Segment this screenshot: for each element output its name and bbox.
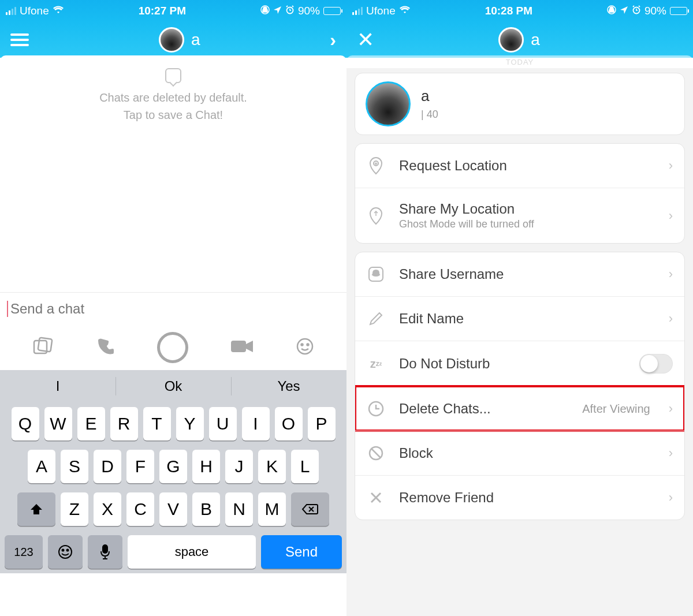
key[interactable]: R: [110, 407, 138, 440]
battery-percent: 90%: [644, 5, 666, 17]
key[interactable]: W: [44, 407, 72, 440]
dnd-row[interactable]: zzz Do Not Disturb: [355, 341, 684, 386]
suggestion[interactable]: Yes: [231, 370, 346, 402]
gallery-icon[interactable]: [32, 337, 54, 359]
key[interactable]: Y: [176, 407, 204, 440]
key[interactable]: A: [28, 450, 55, 483]
key[interactable]: S: [61, 450, 88, 483]
emoji-key[interactable]: [48, 535, 83, 569]
key[interactable]: Q: [12, 407, 39, 440]
video-icon[interactable]: [230, 338, 254, 357]
chevron-right-icon: ›: [669, 446, 673, 461]
delete-chats-row[interactable]: Delete Chats... After Viewing ›: [355, 386, 684, 431]
battery-icon: [323, 7, 341, 15]
contact-name: a: [531, 31, 540, 49]
svg-point-6: [301, 344, 303, 346]
signal-icon: [6, 7, 16, 15]
close-button[interactable]: ✕: [357, 28, 374, 52]
dnd-toggle[interactable]: [639, 354, 673, 374]
clock-icon: [367, 400, 385, 418]
x-icon: [367, 488, 385, 507]
svg-point-8: [59, 546, 72, 558]
share-username-row[interactable]: Share Username ›: [355, 252, 684, 296]
shift-key[interactable]: [17, 492, 55, 526]
key[interactable]: C: [126, 492, 154, 526]
delete-chats-value: After Viewing: [582, 402, 650, 416]
phone-icon[interactable]: [96, 337, 116, 359]
key[interactable]: J: [225, 450, 253, 483]
key[interactable]: B: [192, 492, 220, 526]
status-time: 10:27 PM: [139, 5, 186, 17]
key[interactable]: E: [77, 407, 105, 440]
block-icon: [367, 444, 385, 462]
contact-avatar[interactable]: [498, 27, 524, 53]
chevron-right-icon: ›: [669, 401, 673, 416]
carrier-label: Ufone: [366, 5, 396, 17]
chat-input[interactable]: [7, 301, 340, 317]
key[interactable]: T: [143, 407, 171, 440]
backspace-key[interactable]: [291, 492, 329, 526]
settings-screen: Ufone 10:28 PM 90% ✕ a TODAY: [346, 0, 693, 616]
profile-sub: | 40: [421, 109, 438, 121]
contact-avatar[interactable]: [159, 27, 184, 53]
camera-button[interactable]: [157, 332, 188, 363]
alarm-icon: [285, 5, 295, 17]
key[interactable]: Z: [61, 492, 88, 526]
profile-card[interactable]: a | 40: [355, 73, 685, 135]
key[interactable]: I: [242, 407, 270, 440]
send-key[interactable]: Send: [261, 535, 342, 569]
snapcode-icon: [367, 265, 385, 283]
request-location-row[interactable]: Request Location ›: [355, 144, 684, 188]
share-location-row[interactable]: Share My Location Ghost Mode will be tur…: [355, 188, 684, 243]
svg-point-7: [307, 344, 309, 346]
today-label: TODAY: [346, 55, 693, 68]
key[interactable]: X: [94, 492, 121, 526]
space-key[interactable]: space: [128, 535, 256, 569]
settings-card: Share Username › Edit Name › zzz Do Not …: [355, 252, 685, 520]
key[interactable]: F: [126, 450, 154, 483]
wifi-icon: [53, 5, 64, 17]
chat-header: a ›: [0, 22, 346, 58]
settings-sheet: a | 40 Request Location › Share My Locat…: [346, 68, 693, 616]
keyboard-suggestions: I Ok Yes: [0, 370, 346, 402]
key[interactable]: K: [258, 450, 286, 483]
key[interactable]: D: [94, 450, 121, 483]
chat-toolbar: [0, 325, 346, 370]
key[interactable]: L: [291, 450, 319, 483]
key[interactable]: M: [258, 492, 286, 526]
block-row[interactable]: Block ›: [355, 431, 684, 475]
suggestion[interactable]: I: [0, 370, 116, 402]
status-time: 10:28 PM: [485, 5, 532, 17]
suggestion[interactable]: Ok: [116, 370, 231, 402]
key[interactable]: U: [209, 407, 237, 440]
settings-header: ✕ a: [346, 22, 693, 58]
chevron-right-icon: ›: [669, 208, 673, 223]
key[interactable]: G: [159, 450, 187, 483]
battery-percent: 90%: [298, 5, 320, 17]
menu-button[interactable]: [10, 33, 29, 46]
wifi-icon: [399, 5, 411, 17]
alarm-icon: [632, 5, 641, 17]
key[interactable]: H: [192, 450, 220, 483]
edit-name-row[interactable]: Edit Name ›: [355, 296, 684, 341]
chat-area: Chats are deleted by default. Tap to sav…: [0, 55, 346, 292]
emoji-icon[interactable]: [296, 337, 314, 358]
mic-key[interactable]: [88, 535, 122, 569]
profile-avatar[interactable]: [366, 81, 411, 126]
signal-icon: [352, 7, 363, 15]
key[interactable]: O: [275, 407, 303, 440]
chat-hint: Chats are deleted by default. Tap to sav…: [99, 89, 247, 124]
carrier-label: Ufone: [20, 5, 49, 17]
chevron-right-icon: ›: [669, 311, 673, 326]
pencil-icon: [367, 309, 385, 328]
key[interactable]: P: [308, 407, 336, 440]
remove-friend-row[interactable]: Remove Friend ›: [355, 475, 684, 520]
key[interactable]: V: [159, 492, 187, 526]
location-pin-icon: [367, 156, 385, 175]
chevron-right-icon: ›: [669, 158, 673, 173]
chevron-right-icon[interactable]: ›: [330, 29, 336, 51]
status-bar: Ufone 10:27 PM 90%: [0, 0, 346, 22]
svg-point-5: [297, 339, 312, 354]
key[interactable]: N: [225, 492, 253, 526]
number-key[interactable]: 123: [5, 535, 43, 569]
